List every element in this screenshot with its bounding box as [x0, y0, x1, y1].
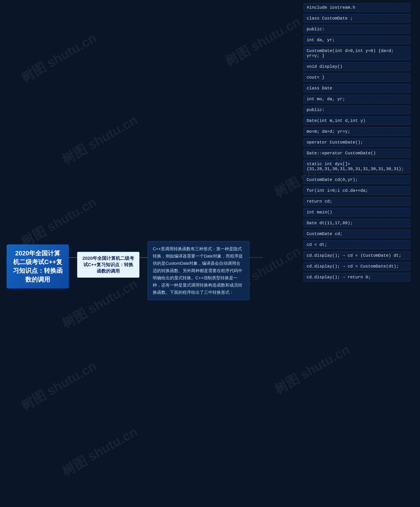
code-node-9: int mo, da, yr;	[304, 95, 410, 103]
watermark-6: 树图 shutu.cn	[59, 423, 141, 480]
code-node-2: class CustomDate ;	[304, 14, 410, 23]
main-topic-label: 2020年全国计算机二级考试C++复习知识点：转换函数的调用	[13, 250, 63, 283]
watermark-1: 树图 shutu.cn	[18, 29, 100, 87]
code-node-1: #include iostream.h	[304, 3, 410, 12]
code-node-11: Date(int m,int d,int y)	[304, 116, 410, 125]
watermark-3: 树图 shutu.cn	[18, 193, 100, 251]
code-node-16: CustomDate cd(0,yr);	[304, 176, 410, 184]
code-node-14: Date::operator CustomDate()	[304, 149, 410, 157]
watermark-4: 树图 shutu.cn	[59, 275, 141, 333]
code-node-18: return cd;	[304, 197, 410, 206]
description-box: C++里调用转换函数有三种形式：第一种是隐式转换，例如编译器需要一个Date对象…	[148, 241, 249, 300]
code-nodes-container: #include iostream.h class CustomDate ; p…	[304, 3, 410, 282]
code-node-19: int main()	[304, 208, 410, 217]
description-text: C++里调用转换函数有三种形式：第一种是隐式转换，例如编译器需要一个Date对象…	[153, 246, 243, 295]
code-node-3: public:	[304, 25, 410, 34]
code-node-12: mo=m; da=d; yr=y;	[304, 127, 410, 136]
sub-topic-label: 2020年全国计算机二级考试C++复习知识点：转换函数的调用	[83, 256, 134, 274]
code-node-22: cd = dt;	[304, 240, 410, 249]
watermark-10: 树图 shutu.cn	[271, 341, 353, 398]
code-node-13: operator CustomDate();	[304, 138, 410, 147]
code-node-24: cd.display(); → cd = CustomDate(dt);	[304, 262, 410, 271]
sub-topic: 2020年全国计算机二级考试C++复习知识点：转换函数的调用	[77, 252, 139, 278]
code-node-10: public:	[304, 106, 410, 114]
watermark-7: 树图 shutu.cn	[222, 13, 304, 70]
code-node-21: CustomDate cd;	[304, 230, 410, 238]
watermark-2: 树图 shutu.cn	[59, 111, 141, 169]
main-topic: 2020年全国计算机二级考试C++复习知识点：转换函数的调用	[7, 244, 69, 289]
code-node-23: cd.display(); → cd = (CustomDate) dt;	[304, 251, 410, 260]
code-node-6: void display()	[304, 62, 410, 71]
code-node-4: int da, yr;	[304, 36, 410, 44]
watermark-5: 树图 shutu.cn	[18, 357, 100, 415]
code-node-25: cd.display(); → return 0;	[304, 273, 410, 282]
code-node-20: Date dt(11,17,89);	[304, 219, 410, 227]
code-node-5: CustomDate(int d=0,int y=0) {da=d; yr=y;…	[304, 47, 410, 60]
code-node-8: class Date	[304, 84, 410, 92]
code-node-17: for(int i=0;i cd.da+=da;	[304, 186, 410, 195]
code-node-7: cout< }	[304, 73, 410, 82]
code-node-15: static int dys[]={31,28,31,30,31,30,31,3…	[304, 160, 410, 173]
